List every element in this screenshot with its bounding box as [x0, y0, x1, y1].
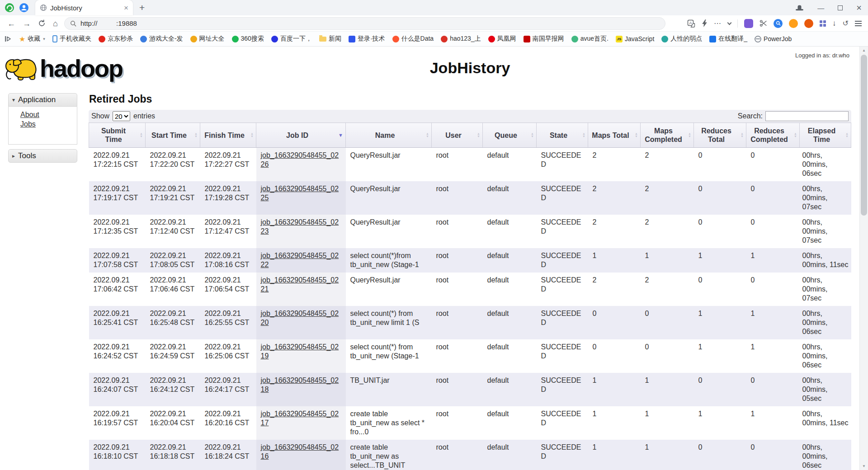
user-avatar-icon[interactable] — [19, 3, 29, 13]
close-button[interactable]: × — [856, 3, 862, 12]
job-id-cell: job_1663290548455_0223 — [256, 215, 346, 248]
downloads-icon[interactable]: ↓ — [832, 19, 836, 28]
bookmark-item[interactable]: PowerJob — [755, 35, 792, 42]
address-input[interactable] — [80, 19, 660, 27]
browser-logo-icon[interactable] — [5, 3, 14, 13]
browser-tab[interactable]: JobHistory × — [35, 0, 133, 15]
state-cell: SUCCEEDED — [537, 148, 588, 182]
apps-grid-icon[interactable] — [820, 20, 826, 27]
job-id-cell: job_1663290548455_0218 — [256, 373, 346, 406]
sidebar-item-jobs[interactable]: Jobs — [20, 120, 73, 128]
bookmark-item[interactable]: 什么是Data — [392, 35, 434, 43]
bookmark-label: 网址大全 — [199, 35, 225, 43]
finish-time-cell: 2022.09.21 17:22:27 CST — [200, 148, 256, 182]
table-row: 2022.09.21 17:07:58 CST 2022.09.21 17:08… — [89, 248, 851, 273]
job-link[interactable]: job_1663290548455_0221 — [261, 276, 339, 293]
job-link[interactable]: job_1663290548455_0223 — [261, 218, 339, 235]
sort-icon: ▲▼ — [741, 132, 744, 138]
extension-icon[interactable] — [804, 19, 813, 28]
minimize-button[interactable]: — — [817, 5, 824, 11]
bookmark-icon — [271, 36, 278, 42]
bookmark-item[interactable]: 百度一下， — [271, 35, 312, 43]
column-header[interactable]: Reduces Completed▲▼ — [746, 123, 800, 148]
column-header[interactable]: Submit Time▲▼ — [89, 123, 146, 148]
column-header[interactable]: Queue▲▼ — [483, 123, 537, 148]
sort-icon: ▲▼ — [194, 132, 198, 138]
job-link[interactable]: job_1663290548455_0220 — [261, 310, 339, 326]
maximize-button[interactable] — [838, 5, 843, 10]
job-link[interactable]: job_1663290548455_0225 — [261, 185, 339, 202]
lightning-icon[interactable] — [702, 19, 708, 27]
extension-icon[interactable] — [789, 19, 798, 28]
job-link[interactable]: job_1663290548455_0219 — [261, 343, 339, 360]
queue-cell: default — [483, 339, 537, 373]
sidebar-section-application[interactable]: ▾ Application — [8, 93, 77, 107]
scissors-icon[interactable] — [760, 19, 767, 27]
bookmark-icon — [52, 35, 57, 42]
forward-button[interactable]: → — [23, 19, 31, 28]
bookmark-item[interactable]: ★ 收藏 ▾ — [19, 35, 45, 43]
column-header[interactable]: Reduces Total▲▼ — [694, 123, 746, 148]
sidebar-section-tools[interactable]: ▸ Tools — [8, 149, 77, 163]
tab-close-icon[interactable]: × — [124, 4, 128, 12]
column-header[interactable]: State▲▼ — [537, 123, 588, 148]
bookmark-item[interactable]: 人性的弱点 — [661, 35, 702, 43]
column-header[interactable]: Start Time▲▼ — [146, 123, 200, 148]
search-extension-icon[interactable] — [774, 19, 783, 28]
history-restore-icon[interactable]: ↺ — [843, 19, 849, 28]
collapse-chevron-icon[interactable] — [727, 20, 732, 25]
finish-time-cell: 2022.09.21 17:19:28 CST — [200, 181, 256, 215]
column-header[interactable]: User▲▼ — [432, 123, 483, 148]
column-header[interactable]: Job ID▼ — [256, 123, 346, 148]
job-link[interactable]: job_1663290548455_0217 — [261, 410, 339, 427]
elapsed-time-cell: 00hrs, 00mins, 06sec — [800, 148, 851, 182]
bookmark-item[interactable]: 在线翻译_ — [709, 35, 747, 43]
bookmark-icon: ★ — [19, 36, 25, 42]
job-link[interactable]: job_1663290548455_0226 — [261, 151, 339, 168]
column-header[interactable]: Maps Completed▲▼ — [641, 123, 694, 148]
translate-icon[interactable]: A — [687, 19, 695, 28]
bookmark-item[interactable]: 游戏大全-发 — [140, 35, 183, 43]
bookmark-item[interactable]: 登录·技术 — [349, 35, 385, 43]
vertical-scrollbar[interactable]: ▲ ▼ — [859, 47, 868, 470]
column-header[interactable]: Name▲▼ — [346, 123, 432, 148]
scroll-down-icon[interactable]: ▼ — [860, 464, 868, 468]
menu-icon[interactable] — [855, 23, 862, 24]
column-header[interactable]: Elapsed Time▲▼ — [800, 123, 851, 148]
new-tab-button[interactable]: + — [139, 2, 145, 13]
sort-icon: ▲▼ — [845, 132, 849, 138]
refresh-button[interactable] — [38, 19, 46, 27]
scroll-up-icon[interactable]: ▲ — [860, 48, 868, 52]
bookmark-item[interactable]: JS JavaScript — [616, 35, 654, 42]
sidebar-item-about[interactable]: About — [20, 111, 73, 119]
column-label: Name — [375, 132, 395, 139]
maps-total-cell: 2 — [588, 181, 641, 215]
page-size-select[interactable]: 20 — [113, 111, 130, 121]
scrollbar-thumb[interactable] — [861, 55, 867, 216]
bookmark-item[interactable]: 网址大全 — [190, 35, 225, 43]
theme-hat-icon[interactable] — [795, 5, 804, 11]
column-header[interactable]: Finish Time▲▼ — [200, 123, 256, 148]
home-button[interactable]: ⌂ — [53, 19, 58, 28]
column-header[interactable]: Maps Total▲▼ — [588, 123, 641, 148]
bookmark-item[interactable]: hao123_上 — [441, 35, 481, 43]
extension-icon[interactable] — [744, 19, 753, 28]
back-button[interactable]: ← — [7, 19, 15, 28]
job-link[interactable]: job_1663290548455_0222 — [261, 252, 339, 268]
bookmark-item[interactable]: 南国早报网 — [524, 35, 564, 43]
bookmarks-panel-toggle-icon[interactable] — [5, 36, 12, 42]
bookmark-item[interactable]: avue首页. — [571, 35, 609, 43]
overflow-menu-icon[interactable]: ⋯ — [714, 19, 722, 28]
queue-cell: default — [483, 181, 537, 215]
bookmark-item[interactable]: 凤凰网 — [488, 35, 516, 43]
user-cell: root — [432, 406, 483, 440]
bookmark-item[interactable]: 360搜索 — [232, 35, 264, 43]
search-input[interactable] — [765, 111, 849, 121]
bookmark-item[interactable]: 京东秒杀 — [99, 35, 133, 43]
bookmark-item[interactable]: 新闻 — [319, 35, 341, 43]
job-link[interactable]: job_1663290548455_0216 — [261, 443, 339, 460]
bookmark-item[interactable]: 手机收藏夹 — [52, 35, 91, 43]
url-box[interactable] — [64, 17, 665, 30]
job-link[interactable]: job_1663290548455_0218 — [261, 376, 339, 393]
finish-time-cell: 2022.09.21 16:25:06 CST — [200, 339, 256, 373]
